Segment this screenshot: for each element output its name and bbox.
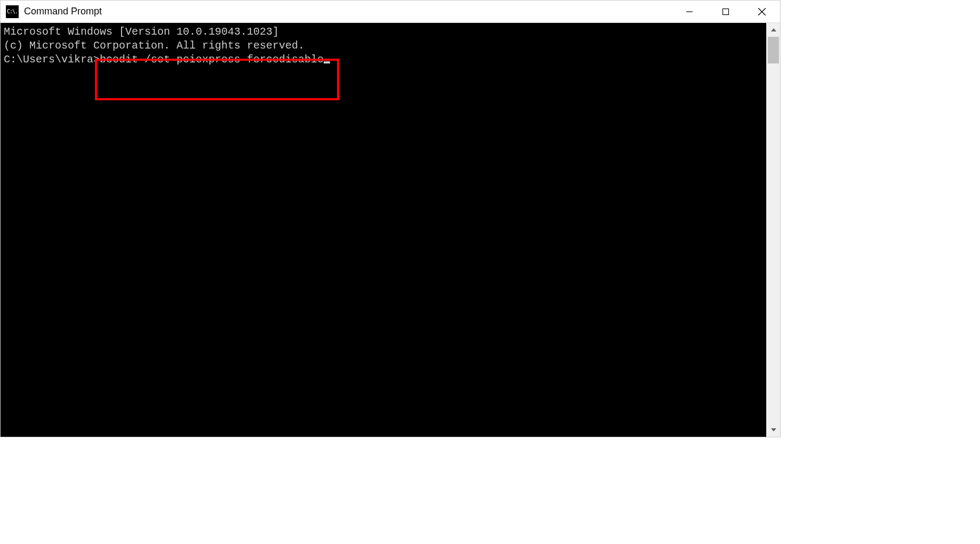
- terminal-cursor: [324, 61, 330, 63]
- terminal[interactable]: Microsoft Windows [Version 10.0.19043.10…: [1, 23, 766, 437]
- maximize-button[interactable]: [708, 1, 744, 22]
- terminal-prompt: C:\Users\vikra>: [4, 53, 100, 66]
- scroll-thumb[interactable]: [768, 37, 779, 63]
- terminal-command: bcedit /set pciexpress forcedisable: [100, 53, 324, 66]
- app-icon: C:\.: [6, 5, 19, 18]
- window-controls: [671, 1, 780, 22]
- terminal-output-line: (c) Microsoft Corporation. All rights re…: [4, 39, 763, 53]
- chevron-down-icon: [771, 428, 776, 431]
- vertical-scrollbar[interactable]: [766, 23, 780, 437]
- chevron-up-icon: [771, 28, 776, 31]
- window-title: Command Prompt: [24, 6, 671, 17]
- scroll-up-button[interactable]: [767, 23, 780, 37]
- terminal-prompt-line: C:\Users\vikra>bcedit /set pciexpress fo…: [4, 53, 763, 67]
- content-area: Microsoft Windows [Version 10.0.19043.10…: [1, 23, 780, 437]
- maximize-icon: [722, 8, 729, 15]
- titlebar[interactable]: C:\. Command Prompt: [1, 1, 780, 23]
- command-prompt-window: C:\. Command Prompt Microsoft Windows [V…: [0, 0, 781, 437]
- scroll-down-button[interactable]: [767, 423, 780, 437]
- close-button[interactable]: [744, 1, 780, 22]
- svg-rect-1: [723, 9, 729, 14]
- terminal-output-line: Microsoft Windows [Version 10.0.19043.10…: [4, 25, 763, 39]
- close-icon: [758, 7, 766, 16]
- scroll-track[interactable]: [767, 37, 780, 423]
- minimize-icon: [686, 8, 693, 15]
- minimize-button[interactable]: [671, 1, 708, 22]
